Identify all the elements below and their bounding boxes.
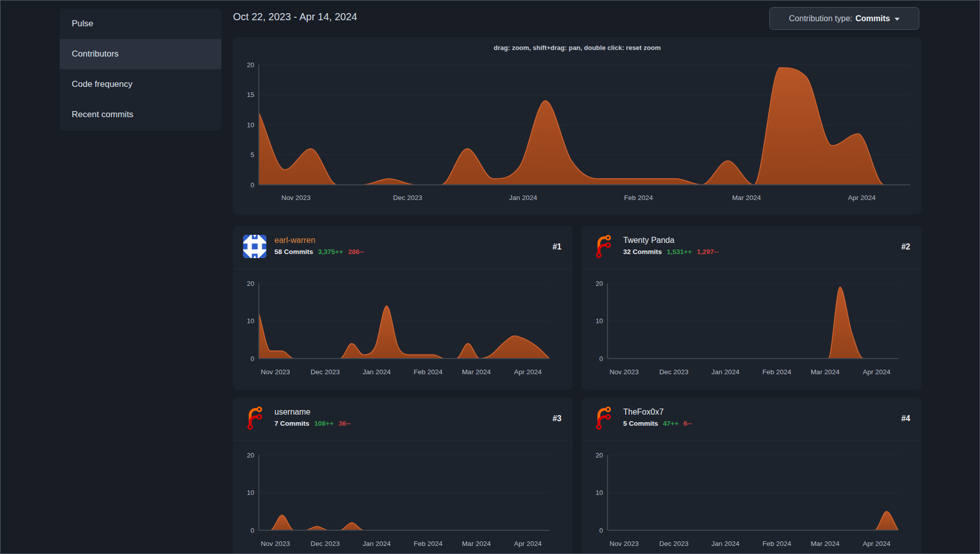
x-tick-label: Nov 2023 [282, 194, 311, 202]
y-tick-label: 15 [247, 91, 254, 98]
y-tick-label: 0 [251, 355, 254, 363]
x-tick-label: Jan 2024 [363, 540, 391, 547]
y-tick-label: 20 [596, 280, 603, 287]
repo-activity-sidebar: Pulse Contributors Code frequency Recent… [60, 9, 221, 131]
contributor-stats: 5 Commits 47++ 6-- [623, 420, 692, 427]
x-tick-label: Feb 2024 [763, 368, 792, 376]
avatar-identicon[interactable] [243, 235, 266, 258]
x-tick-label: Mar 2024 [811, 540, 840, 547]
commit-count: 5 Commits [623, 420, 658, 427]
contributor-stats: 7 Commits 108++ 36-- [274, 420, 351, 427]
y-tick-label: 10 [596, 317, 603, 325]
contributor-card-2: Twenty Panda 32 Commits 1,531++ 1,297-- … [582, 226, 921, 390]
y-tick-label: 20 [247, 280, 254, 287]
contributor-name-link[interactable]: username [274, 408, 310, 417]
x-tick-label: Mar 2024 [462, 368, 491, 376]
avatar-forgejo[interactable] [592, 407, 615, 430]
additions-count: 1,531++ [667, 248, 692, 256]
chart-canvas[interactable]: 01020Nov 2023Dec 2023Jan 2024Feb 2024Mar… [233, 269, 573, 390]
contributor-stats: 32 Commits 1,531++ 1,297-- [623, 248, 718, 256]
contributor-name-link[interactable]: Twenty Panda [623, 236, 674, 245]
x-tick-label: Nov 2023 [261, 540, 290, 547]
x-tick-label: Apr 2024 [514, 368, 542, 376]
chart-canvas[interactable]: 01020Nov 2023Dec 2023Jan 2024Feb 2024Mar… [582, 269, 921, 390]
contribution-type-dropdown[interactable]: Contribution type: Commits [769, 7, 919, 30]
deletions-count: 6-- [683, 420, 692, 427]
x-tick-label: Nov 2023 [261, 368, 290, 376]
rank-badge: #2 [901, 242, 910, 251]
additions-count: 3,375++ [318, 248, 343, 256]
overall-activity-chart[interactable]: 05101520Nov 2023Dec 2023Jan 2024Feb 2024… [233, 37, 921, 215]
sidebar-item-contributors[interactable]: Contributors [60, 39, 221, 69]
x-tick-label: Dec 2023 [660, 368, 689, 376]
y-tick-label: 0 [599, 355, 603, 363]
x-tick-label: Feb 2024 [763, 540, 792, 547]
contributor-activity-chart[interactable]: 01020Nov 2023Dec 2023Jan 2024Feb 2024Mar… [582, 441, 921, 554]
y-tick-label: 20 [247, 451, 254, 459]
y-tick-label: 10 [596, 489, 603, 496]
x-tick-label: Jan 2024 [712, 368, 740, 376]
contributor-card-4: TheFox0x7 5 Commits 47++ 6-- #4 01020Nov… [582, 397, 921, 554]
contribution-type-label: Contribution type: [789, 14, 852, 23]
sidebar-item-recent-commits[interactable]: Recent commits [60, 99, 221, 130]
additions-count: 47++ [663, 420, 679, 427]
commit-count: 7 Commits [274, 420, 309, 427]
sidebar-item-pulse[interactable]: Pulse [60, 9, 221, 39]
x-tick-label: Jan 2024 [363, 368, 391, 376]
identicon-image [243, 235, 266, 258]
contributor-name-link[interactable]: TheFox0x7 [623, 408, 664, 417]
contributor-card-header: Twenty Panda 32 Commits 1,531++ 1,297-- … [582, 226, 921, 269]
contribution-type-value: Commits [855, 14, 890, 23]
x-tick-label: Dec 2023 [660, 540, 689, 547]
y-tick-label: 10 [247, 489, 254, 496]
app-window: Pulse Contributors Code frequency Recent… [0, 0, 980, 554]
x-tick-label: Nov 2023 [610, 540, 639, 547]
overall-activity-card: 05101520Nov 2023Dec 2023Jan 2024Feb 2024… [233, 37, 921, 215]
x-tick-label: Feb 2024 [624, 194, 654, 202]
x-tick-label: Feb 2024 [414, 540, 443, 547]
deletions-count: 286-- [348, 248, 364, 256]
avatar-forgejo[interactable] [592, 235, 615, 258]
y-tick-label: 20 [596, 451, 603, 459]
commit-area-series [259, 515, 549, 530]
rank-badge: #1 [552, 242, 562, 251]
contributor-activity-chart[interactable]: 01020Nov 2023Dec 2023Jan 2024Feb 2024Mar… [582, 269, 921, 390]
x-tick-label: Dec 2023 [311, 368, 340, 376]
contributor-name-link[interactable]: earl-warren [274, 236, 315, 245]
y-tick-label: 10 [247, 317, 254, 325]
x-tick-label: Dec 2023 [393, 194, 423, 202]
contributor-card-3: username 7 Commits 108++ 36-- #3 01020No… [233, 397, 573, 554]
contributor-card-header: username 7 Commits 108++ 36-- #3 [233, 397, 573, 441]
x-tick-label: Apr 2024 [863, 540, 891, 547]
x-tick-label: Mar 2024 [732, 194, 761, 202]
commit-area-series [259, 68, 910, 185]
x-tick-label: Apr 2024 [863, 368, 891, 376]
x-tick-label: Nov 2023 [610, 368, 639, 376]
forgejo-logo-icon [592, 407, 615, 430]
chevron-down-icon [895, 18, 900, 21]
sidebar-item-code-frequency[interactable]: Code frequency [60, 69, 221, 99]
y-tick-label: 0 [251, 181, 254, 189]
y-tick-label: 0 [251, 527, 254, 534]
chart-canvas[interactable]: 05101520Nov 2023Dec 2023Jan 2024Feb 2024… [233, 37, 921, 215]
forgejo-logo-icon [592, 235, 615, 258]
x-tick-label: Mar 2024 [811, 368, 840, 376]
contributor-card-header: TheFox0x7 5 Commits 47++ 6-- #4 [582, 397, 921, 441]
x-tick-label: Apr 2024 [848, 194, 876, 202]
avatar-forgejo[interactable] [243, 407, 266, 430]
y-tick-label: 5 [251, 151, 254, 159]
date-range-title: Oct 22, 2023 - Apr 14, 2024 [233, 11, 357, 23]
x-tick-label: Jan 2024 [712, 540, 740, 547]
contributor-activity-chart[interactable]: 01020Nov 2023Dec 2023Jan 2024Feb 2024Mar… [233, 269, 573, 390]
chart-zoom-hint: drag: zoom, shift+drag: pan, double clic… [233, 44, 921, 52]
x-tick-label: Dec 2023 [311, 540, 340, 547]
commit-area-series [608, 512, 898, 530]
deletions-count: 36-- [339, 420, 351, 427]
contributor-activity-chart[interactable]: 01020Nov 2023Dec 2023Jan 2024Feb 2024Mar… [233, 441, 573, 554]
contributor-stats: 58 Commits 3,375++ 286-- [274, 248, 364, 256]
additions-count: 108++ [314, 420, 334, 427]
chart-canvas[interactable]: 01020Nov 2023Dec 2023Jan 2024Feb 2024Mar… [233, 441, 573, 554]
y-tick-label: 20 [247, 61, 254, 69]
chart-canvas[interactable]: 01020Nov 2023Dec 2023Jan 2024Feb 2024Mar… [582, 441, 921, 554]
commit-count: 32 Commits [623, 248, 662, 256]
